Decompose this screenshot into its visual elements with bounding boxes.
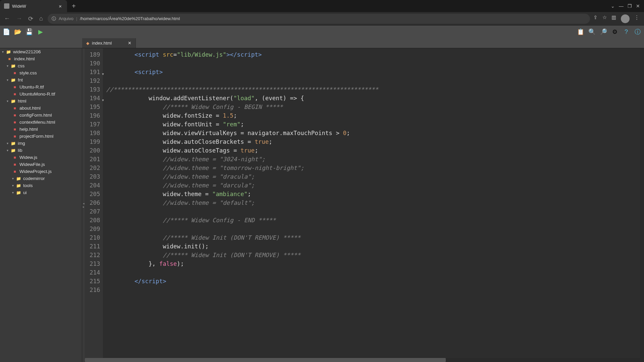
folder-icon: 📁 — [16, 183, 21, 188]
tree-item-label: lib — [18, 148, 22, 153]
tree-folder[interactable]: ▾ 📁codemirror — [0, 175, 82, 182]
tree-folder[interactable]: ▾ 📁ui — [0, 189, 82, 196]
tree-folder[interactable]: ▾ 📁widew221206 — [0, 48, 82, 55]
url-scheme: Arquivo — [59, 16, 73, 21]
folder-icon: 📁 — [16, 176, 21, 181]
chevron-down-icon[interactable]: ⌄ — [611, 3, 615, 9]
new-file-icon[interactable]: 📄 — [3, 28, 10, 36]
minimize-icon[interactable]: — — [619, 3, 624, 9]
tree-file[interactable]: ■UbuntuMono-R.ttf — [0, 90, 82, 98]
open-folder-icon[interactable]: 📂 — [14, 28, 21, 36]
file-icon: ■ — [12, 155, 17, 160]
new-tab-button[interactable]: + — [67, 0, 80, 12]
share-icon[interactable]: ⇪ — [593, 14, 598, 23]
tree-item-label: UbuntuMono-R.ttf — [19, 92, 55, 97]
tree-item-label: index.html — [14, 56, 35, 61]
horizontal-scrollbar[interactable] — [85, 358, 640, 362]
tree-item-label: css — [18, 63, 24, 68]
tree-item-label: ui — [23, 190, 27, 195]
forward-icon[interactable]: → — [15, 14, 23, 23]
tab-close-icon[interactable]: × — [57, 3, 63, 9]
sidepanel-icon[interactable]: ▥ — [611, 14, 616, 23]
file-icon: ■ — [12, 85, 17, 89]
tree-file[interactable]: ■WidewFile.js — [0, 161, 82, 168]
profile-avatar[interactable] — [621, 14, 630, 23]
maximize-icon[interactable]: ❐ — [628, 3, 632, 9]
file-icon: ■ — [7, 57, 12, 61]
tree-folder[interactable]: ▾ 📁lib — [0, 147, 82, 154]
folder-icon: 📁 — [6, 50, 11, 54]
tree-item-label: html — [18, 99, 26, 104]
tab-favicon — [4, 3, 9, 9]
file-icon: ⓘ — [52, 16, 56, 22]
close-icon[interactable]: ✕ — [636, 3, 640, 9]
tree-file[interactable]: ■contextMenu.html — [0, 119, 82, 126]
file-icon: ■ — [12, 162, 17, 167]
url-input[interactable]: ⓘ Arquivo | /home/marcos/Área%20de%20Tra… — [48, 14, 590, 24]
file-icon: ■ — [12, 106, 17, 111]
find-icon[interactable]: 🔍 — [588, 28, 596, 36]
tree-item-label: help.html — [19, 127, 38, 132]
file-icon: ■ — [12, 71, 17, 75]
browser-tab[interactable]: WideW × — [0, 0, 67, 12]
settings-icon[interactable]: ⚙ — [611, 28, 619, 36]
browser-titlebar: WideW × + ⌄ — ❐ ✕ — [0, 0, 644, 12]
file-tab-close-icon[interactable]: ✕ — [128, 41, 131, 46]
tree-file[interactable]: ■about.html — [0, 105, 82, 112]
url-path: /home/marcos/Área%20de%20Trabalho/widew.… — [80, 16, 180, 21]
help-icon[interactable]: ? — [623, 28, 630, 36]
tree-item-label: configForm.html — [19, 113, 52, 118]
run-icon[interactable]: ▶ — [37, 28, 44, 36]
code-editor[interactable]: 189190191▼192193194▼19519619719819920020… — [85, 48, 644, 362]
tree-file[interactable]: ■projectForm.html — [0, 133, 82, 140]
tree-item-label: WidewProject.js — [19, 169, 52, 174]
tree-item-label: img — [18, 141, 25, 146]
folder-icon: 📁 — [10, 78, 16, 82]
tree-item-label: Ubuntu-R.ttf — [19, 84, 44, 89]
vertical-scrollbar[interactable] — [640, 48, 644, 362]
info-icon[interactable]: ⓘ — [634, 28, 641, 36]
line-gutter: 189190191▼192193194▼19519619719819920020… — [85, 48, 103, 362]
tree-file[interactable]: ■style.css — [0, 69, 82, 76]
menu-icon[interactable]: ⋮ — [634, 14, 639, 23]
file-icon: ■ — [12, 127, 17, 132]
reload-icon[interactable]: ⟳ — [27, 14, 35, 24]
html-file-icon: ◆ — [86, 41, 89, 46]
home-icon[interactable]: ⌂ — [38, 14, 44, 23]
find-replace-icon[interactable]: 🔎 — [600, 28, 607, 36]
tree-folder[interactable]: ▾ 📁img — [0, 140, 82, 147]
tree-file[interactable]: ■configForm.html — [0, 112, 82, 119]
file-tree[interactable]: ▾ 📁widew221206■index.html▾ 📁css■style.cs… — [0, 48, 82, 362]
tree-folder[interactable]: ▾ 📁css — [0, 62, 82, 69]
tree-file[interactable]: ■Ubuntu-R.ttf — [0, 83, 82, 90]
tree-file[interactable]: ■Widew.js — [0, 154, 82, 161]
tree-item-label: contextMenu.html — [19, 120, 55, 125]
folder-icon: 📁 — [16, 190, 21, 195]
save-icon[interactable]: 💾 — [25, 28, 33, 36]
back-icon[interactable]: ← — [3, 14, 11, 23]
tree-folder[interactable]: ▾ 📁tools — [0, 182, 82, 189]
tree-file[interactable]: ■help.html — [0, 126, 82, 133]
file-icon: ■ — [12, 92, 17, 97]
folder-icon: 📁 — [10, 64, 16, 68]
tree-item-label: tools — [23, 183, 33, 188]
file-icon: ■ — [12, 120, 17, 125]
tree-item-label: fnt — [18, 77, 23, 82]
new-project-icon[interactable]: 📋 — [577, 28, 584, 36]
file-icon: ■ — [12, 113, 17, 118]
file-icon: ■ — [12, 134, 17, 139]
code-area[interactable]: <script src="lib/Widew.js"></script> <sc… — [103, 48, 640, 362]
bookmark-icon[interactable]: ☆ — [602, 14, 607, 23]
tree-folder[interactable]: ▾ 📁fnt — [0, 76, 82, 83]
folder-icon: 📁 — [10, 141, 16, 146]
file-tab[interactable]: ◆ index.html ✕ — [82, 38, 136, 48]
folder-icon: 📁 — [10, 148, 16, 153]
panel-splitter[interactable]: ◂▸ — [82, 48, 85, 362]
browser-addressbar: ← → ⟳ ⌂ ⓘ Arquivo | /home/marcos/Área%20… — [0, 12, 644, 25]
tree-file[interactable]: ■index.html — [0, 55, 82, 62]
tree-folder[interactable]: ▾ 📁html — [0, 98, 82, 105]
tree-item-label: codemirror — [23, 176, 45, 181]
tree-item-label: WidewFile.js — [19, 162, 45, 167]
tree-file[interactable]: ■WidewProject.js — [0, 168, 82, 175]
file-tab-label: index.html — [92, 41, 112, 46]
